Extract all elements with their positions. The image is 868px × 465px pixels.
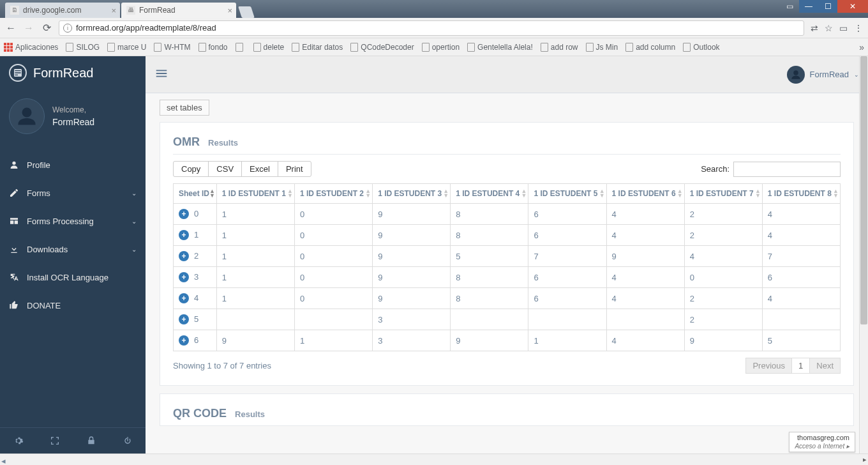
nav-back-button[interactable]: ← (5, 22, 17, 34)
user-menu[interactable]: FormRead ⌄ (787, 66, 859, 84)
expand-row-button[interactable]: + (179, 251, 189, 261)
expand-row-button[interactable]: + (179, 293, 189, 303)
table-cell: 9 (216, 330, 294, 351)
table-cell: 7 (762, 246, 840, 267)
bookmark-item[interactable]: Editar datos (292, 43, 343, 52)
table-row: +210957947 (174, 246, 841, 267)
search-input[interactable] (733, 162, 841, 177)
chromecast-icon[interactable]: ▭ (780, 0, 799, 13)
bookmark-item[interactable]: add column (625, 43, 675, 52)
table-cell: +4 (174, 288, 217, 309)
csv-button[interactable]: CSV (208, 161, 242, 177)
scroll-thumb[interactable] (860, 56, 867, 324)
cast-icon[interactable]: ▭ (839, 23, 848, 33)
window-close-button[interactable]: ✕ (837, 0, 868, 13)
address-field[interactable]: i formread.org/app/readtemplate/8/read (59, 20, 804, 36)
table-cell: 2 (684, 288, 762, 309)
site-info-icon[interactable]: i (63, 24, 72, 33)
page-number-button[interactable]: 1 (791, 358, 810, 374)
column-header[interactable]: 1 ID ESTUDENT 6▲▼ (606, 184, 684, 204)
bookmark-item[interactable]: add row (541, 43, 578, 52)
table-cell: 4 (606, 288, 684, 309)
bookmark-item[interactable] (236, 43, 246, 52)
column-header[interactable]: 1 ID ESTUDENT 5▲▼ (528, 184, 606, 204)
bookmark-item[interactable]: fondo (198, 43, 228, 52)
window-maximize-button[interactable]: ☐ (818, 0, 837, 13)
apps-button[interactable]: Aplicaciones (4, 43, 58, 52)
table-cell: 4 (762, 288, 840, 309)
browser-tab-1[interactable]: 🖶 FormRead × (121, 3, 236, 18)
bookmark-item[interactable]: marce U (107, 43, 146, 52)
column-header[interactable]: 1 ID ESTUDENT 8▲▼ (762, 184, 840, 204)
table-cell: +0 (174, 204, 217, 225)
bookmark-star-icon[interactable]: ☆ (825, 23, 833, 33)
table-cell: 1 (216, 246, 294, 267)
table-cell: 2 (684, 225, 762, 246)
table-row: +010986424 (174, 204, 841, 225)
column-header[interactable]: 1 ID ESTUDENT 3▲▼ (373, 184, 451, 204)
table-cell: 9 (373, 267, 451, 288)
bookmark-item[interactable]: QCodeDecoder (350, 43, 414, 52)
sidebar-item-forms-processing[interactable]: Forms Processing ⌄ (0, 207, 146, 235)
edit-icon (9, 188, 19, 198)
table-cell (606, 309, 684, 330)
tab-close-icon[interactable]: × (227, 6, 232, 15)
sidebar-item-downloads[interactable]: Downloads ⌄ (0, 235, 146, 263)
table-cell: 6 (528, 288, 606, 309)
export-buttons: Copy CSV Excel Print (173, 161, 311, 177)
sort-icon: ▲▼ (287, 189, 292, 198)
table-cell (451, 309, 528, 330)
window-minimize-button[interactable]: — (799, 0, 818, 13)
table-cell: 4 (606, 204, 684, 225)
fullscreen-icon[interactable] (36, 428, 73, 454)
column-header[interactable]: Sheet ID▲▼ (174, 184, 217, 204)
expand-row-button[interactable]: + (179, 230, 189, 240)
table-cell: 9 (606, 246, 684, 267)
copy-button[interactable]: Copy (173, 161, 209, 177)
page-icon (154, 43, 161, 52)
bookmark-item[interactable]: SILOG (66, 43, 100, 52)
lock-icon[interactable] (73, 428, 109, 454)
browser-tab-0[interactable]: 🗎 drive.google.com × (5, 3, 120, 18)
menu-icon[interactable]: ⋮ (854, 23, 863, 33)
column-header[interactable]: 1 ID ESTUDENT 7▲▼ (684, 184, 762, 204)
brand-icon (9, 64, 27, 82)
sidebar-item-install-ocr[interactable]: Install OCR Language (0, 263, 146, 291)
settings-icon[interactable] (0, 428, 36, 454)
vertical-scrollbar[interactable] (859, 56, 868, 454)
column-header[interactable]: 1 ID ESTUDENT 2▲▼ (294, 184, 372, 204)
bookmark-item[interactable]: opertion (422, 43, 460, 52)
translate-icon[interactable]: ⇄ (811, 23, 818, 33)
power-icon[interactable] (109, 428, 146, 454)
print-button[interactable]: Print (278, 161, 311, 177)
bookmark-item[interactable]: Js Min (586, 43, 618, 52)
network-tooltip: thomasgreg.com Acceso a Internet ▸ (789, 432, 855, 452)
column-header[interactable]: 1 ID ESTUDENT 4▲▼ (451, 184, 528, 204)
nav-reload-button[interactable]: ⟳ (41, 22, 52, 34)
page-next-button[interactable]: Next (809, 358, 841, 374)
page-prev-button[interactable]: Previous (745, 358, 792, 374)
window-buttons: ▭ — ☐ ✕ (780, 0, 868, 13)
bookmark-item[interactable]: delete (253, 43, 285, 52)
expand-row-button[interactable]: + (179, 209, 189, 219)
excel-button[interactable]: Excel (241, 161, 278, 177)
brand[interactable]: FormRead (0, 56, 146, 89)
sidebar-toggle-button[interactable] (154, 66, 168, 82)
sidebar-item-profile[interactable]: Profile (0, 151, 146, 179)
set-tables-button[interactable]: set tables (160, 100, 209, 116)
table-cell: 1 (216, 288, 294, 309)
expand-row-button[interactable]: + (179, 314, 189, 324)
table-cell: +1 (174, 225, 217, 246)
new-tab-button[interactable] (238, 6, 255, 18)
bookmarks-overflow-icon[interactable]: » (859, 42, 864, 52)
bookmark-item[interactable]: Gentelella Alela! (467, 43, 533, 52)
sidebar-item-forms[interactable]: Forms ⌄ (0, 179, 146, 207)
bookmark-item[interactable]: W-HTM (154, 43, 190, 52)
expand-row-button[interactable]: + (179, 335, 189, 346)
svg-point-1 (12, 162, 15, 165)
tab-close-icon[interactable]: × (111, 6, 116, 15)
bookmark-item[interactable]: Outlook (683, 43, 719, 52)
expand-row-button[interactable]: + (179, 272, 189, 282)
sidebar-item-donate[interactable]: DONATE (0, 291, 146, 319)
column-header[interactable]: 1 ID ESTUDENT 1▲▼ (216, 184, 294, 204)
